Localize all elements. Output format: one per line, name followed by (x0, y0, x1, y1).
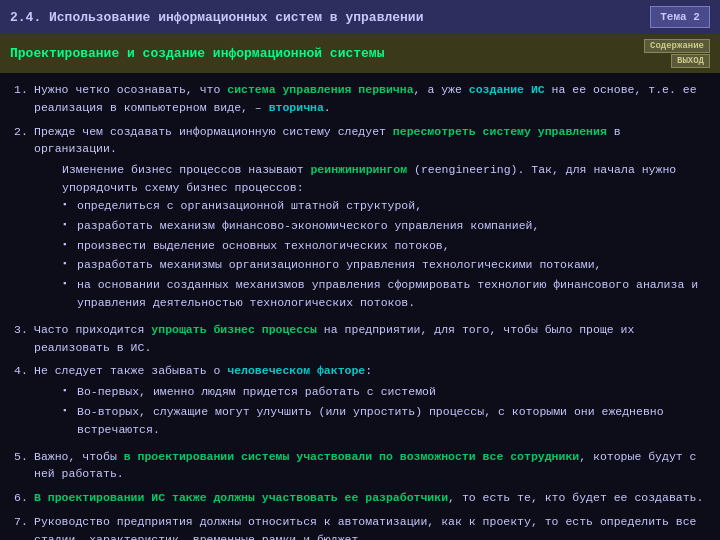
bullet-icon: ▪ (62, 217, 72, 235)
item-number: 4. (14, 362, 30, 441)
item-number: 1. (14, 81, 30, 117)
item-text: Важно, чтобы в проектировании системы уч… (34, 448, 706, 484)
subtitle-text: Проектирование и создание информационной… (10, 46, 384, 61)
topic-badge: Тема 2 (650, 6, 710, 28)
list-item: 6. В проектировании ИС также должны учас… (14, 489, 706, 507)
sidebar-controls: Содержание ВЫХОД (644, 39, 710, 68)
list-item: 3. Часто приходится упрощать бизнес проц… (14, 321, 706, 357)
sub-item: ▪ Во-вторых, служащие могут улучшить (ил… (62, 403, 706, 439)
sub-text: определиться с организационной штатной с… (77, 197, 706, 215)
main-content: 1. Нужно четко осознавать, что система у… (0, 73, 720, 540)
sub-text: Во-первых, именно людям придется работат… (77, 383, 706, 401)
sub-item: ▪ произвести выделение основных технолог… (62, 237, 706, 255)
highlight: упрощать бизнес процессы (151, 323, 317, 336)
sub-item: ▪ разработать механизмы организационного… (62, 256, 706, 274)
sub-item: ▪ разработать механизм финансово-экономи… (62, 217, 706, 235)
list-item: 1. Нужно четко осознавать, что система у… (14, 81, 706, 117)
highlight: создание ИС (469, 83, 545, 96)
bullet-icon: ▪ (62, 383, 72, 401)
item-number: 5. (14, 448, 30, 484)
highlight: реинжинирингом (310, 163, 407, 176)
bullet-icon: ▪ (62, 276, 72, 312)
item-number: 7. (14, 513, 30, 540)
bullet-icon: ▪ (62, 237, 72, 255)
header-bar: 2.4. Использование информационных систем… (0, 0, 720, 34)
list-item: 7. Руководство предприятия должны относи… (14, 513, 706, 540)
item-text: Руководство предприятия должны относитьс… (34, 513, 706, 540)
sub-text: произвести выделение основных технологич… (77, 237, 706, 255)
sub-item: ▪ определиться с организационной штатной… (62, 197, 706, 215)
sub-item: ▪ Во-первых, именно людям придется работ… (62, 383, 706, 401)
list-item: 4. Не следует также забывать о человечес… (14, 362, 706, 441)
sub-block: ▪ Во-первых, именно людям придется работ… (62, 383, 706, 438)
contents-button[interactable]: Содержание (644, 39, 710, 53)
exit-button[interactable]: ВЫХОД (671, 54, 710, 68)
bullet-icon: ▪ (62, 403, 72, 439)
item-text: Прежде чем создавать информационную сист… (34, 123, 706, 315)
highlight: пересмотреть систему управления (393, 125, 607, 138)
sub-text: разработать механизмы организационного у… (77, 256, 706, 274)
highlight: в проектировании системы участвовали по … (124, 450, 579, 463)
item-text: Не следует также забывать о человеческом… (34, 362, 706, 441)
highlight: вторична (269, 101, 324, 114)
item-number: 6. (14, 489, 30, 507)
bullet-icon: ▪ (62, 256, 72, 274)
header-title: 2.4. Использование информационных систем… (10, 10, 423, 25)
sub-block: Изменение бизнес процессов называют реин… (62, 161, 706, 312)
sub-text: на основании созданных механизмов управл… (77, 276, 706, 312)
highlight: человеческом факторе (227, 364, 365, 377)
bullet-icon: ▪ (62, 197, 72, 215)
highlight: В проектировании ИС также должны участво… (34, 491, 448, 504)
sub-text: Во-вторых, служащие могут улучшить (или … (77, 403, 706, 439)
list-item: 2. Прежде чем создавать информационную с… (14, 123, 706, 315)
sub-item: ▪ на основании созданных механизмов упра… (62, 276, 706, 312)
item-number: 3. (14, 321, 30, 357)
item-text: В проектировании ИС также должны участво… (34, 489, 706, 507)
highlight: система управления первична (227, 83, 413, 96)
item-number: 2. (14, 123, 30, 315)
subtitle-bar: Проектирование и создание информационной… (0, 34, 720, 73)
list-item: 5. Важно, чтобы в проектировании системы… (14, 448, 706, 484)
item-text: Часто приходится упрощать бизнес процесс… (34, 321, 706, 357)
item-text: Нужно четко осознавать, что система упра… (34, 81, 706, 117)
sub-text: разработать механизм финансово-экономиче… (77, 217, 706, 235)
